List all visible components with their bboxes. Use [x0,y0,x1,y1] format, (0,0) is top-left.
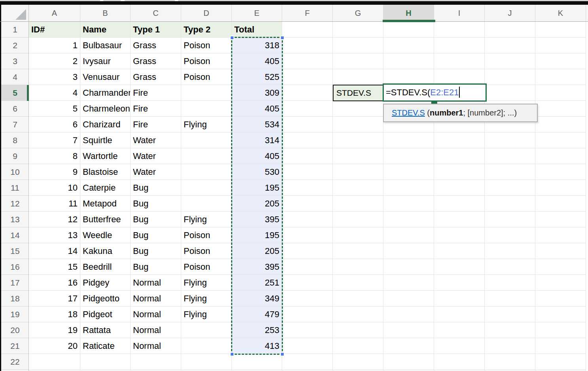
cell-G2[interactable] [333,38,383,53]
cell-F9[interactable] [282,148,333,164]
cell-D12[interactable] [181,196,232,212]
cell-G16[interactable] [333,259,383,275]
cell-E17[interactable]: 251 [232,275,282,291]
cell-A5[interactable]: 4 [29,85,80,101]
cell-I2[interactable] [434,38,485,53]
cell-I19[interactable] [434,307,485,322]
cell-B4[interactable]: Venusaur [80,69,131,85]
row-header-20[interactable]: 20 [1,322,29,338]
column-header-D[interactable]: D [181,5,232,21]
row-header-17[interactable]: 17 [1,275,29,291]
cell-B7[interactable]: Charizard [80,117,131,132]
row-header-3[interactable]: 3 [1,53,29,69]
cell-H14[interactable] [383,227,434,243]
cell-D10[interactable] [181,164,232,180]
cell-J19[interactable] [485,307,535,322]
cell-H21[interactable] [383,338,434,354]
cell-E3[interactable]: 405 [232,53,282,69]
cell-C19[interactable]: Normal [131,307,181,322]
cell-B14[interactable]: Weedle [80,227,131,243]
cell-J2[interactable] [485,38,535,53]
cell-C10[interactable]: Water [131,164,181,180]
cell-A1[interactable]: ID# [29,22,80,38]
cell-J21[interactable] [485,338,535,354]
cell-K1[interactable] [535,22,586,38]
cell-A2[interactable]: 1 [29,38,80,53]
cell-K10[interactable] [535,164,586,180]
cell-H2[interactable] [383,38,434,53]
cell-C12[interactable]: Bug [131,196,181,212]
cell-D5[interactable] [181,85,232,101]
cell-G17[interactable] [333,275,383,291]
column-header-H[interactable]: H [383,5,434,21]
selection-handle-top-right[interactable] [280,36,285,40]
function-name-link[interactable]: STDEV.S [392,108,425,117]
cell-K11[interactable] [535,180,586,196]
cell-H15[interactable] [383,243,434,259]
cell-K20[interactable] [535,322,586,338]
cell-D2[interactable]: Poison [181,38,232,53]
cell-H4[interactable] [383,69,434,85]
cell-E16[interactable]: 395 [232,259,282,275]
cell-J3[interactable] [485,53,535,69]
cell-C1[interactable]: Type 1 [131,22,181,38]
cell-D3[interactable]: Poison [181,53,232,69]
cell-A8[interactable]: 7 [29,132,80,148]
row-header-22[interactable]: 22 [1,354,29,370]
cell-C21[interactable]: Normal [131,338,181,354]
cell-G1[interactable] [333,22,383,38]
cell-A19[interactable]: 18 [29,307,80,322]
row-header-2[interactable]: 2 [1,38,29,53]
cell-G3[interactable] [333,53,383,69]
cell-G6[interactable] [333,101,383,117]
cell-K7[interactable] [535,117,586,132]
row-header-5[interactable]: 5 [1,85,29,101]
cell-I14[interactable] [434,227,485,243]
cell-E9[interactable]: 405 [232,148,282,164]
cell-A4[interactable]: 3 [29,69,80,85]
cell-F14[interactable] [282,227,333,243]
row-header-18[interactable]: 18 [1,291,29,307]
cell-I21[interactable] [434,338,485,354]
cell-E22[interactable] [232,354,282,370]
cell-G15[interactable] [333,243,383,259]
cell-I8[interactable] [434,132,485,148]
cell-F11[interactable] [282,180,333,196]
cell-F2[interactable] [282,38,333,53]
cell-D19[interactable]: Flying [181,307,232,322]
row-header-9[interactable]: 9 [1,148,29,164]
row-header-4[interactable]: 4 [1,69,29,85]
cell-E4[interactable]: 525 [232,69,282,85]
cell-C17[interactable]: Normal [131,275,181,291]
cell-G13[interactable] [333,212,383,227]
cell-B11[interactable]: Caterpie [80,180,131,196]
cell-I16[interactable] [434,259,485,275]
cell-B1[interactable]: Name [80,22,131,38]
cell-F6[interactable] [282,101,333,117]
cell-K18[interactable] [535,291,586,307]
cell-D8[interactable] [181,132,232,148]
cell-D11[interactable] [181,180,232,196]
cell-F16[interactable] [282,259,333,275]
row-header-1[interactable]: 1 [1,22,29,38]
cell-C3[interactable]: Grass [131,53,181,69]
cell-J8[interactable] [485,132,535,148]
cell-B13[interactable]: Butterfree [80,212,131,227]
cell-G8[interactable] [333,132,383,148]
cell-F17[interactable] [282,275,333,291]
cell-K15[interactable] [535,243,586,259]
cell-K2[interactable] [535,38,586,53]
cell-C5[interactable]: Fire [131,85,181,101]
cell-G4[interactable] [333,69,383,85]
cell-B9[interactable]: Wartortle [80,148,131,164]
cell-K12[interactable] [535,196,586,212]
cell-A22[interactable] [29,354,80,370]
cell-H1[interactable] [383,22,434,38]
cell-C6[interactable]: Fire [131,101,181,117]
cell-D22[interactable] [181,354,232,370]
cell-D16[interactable]: Poison [181,259,232,275]
cell-E7[interactable]: 534 [232,117,282,132]
cell-I20[interactable] [434,322,485,338]
cell-G11[interactable] [333,180,383,196]
cell-B5[interactable]: Charmander [80,85,131,101]
